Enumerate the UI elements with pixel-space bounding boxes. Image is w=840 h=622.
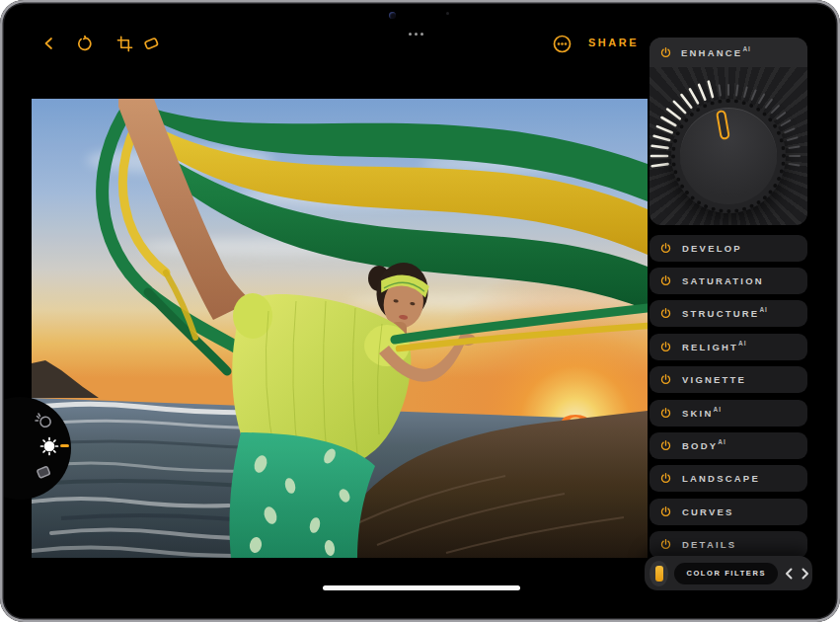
crop-button[interactable] [113, 32, 136, 55]
multitask-dots[interactable] [409, 33, 423, 36]
home-indicator[interactable] [323, 585, 520, 590]
eraser-tool-icon [34, 462, 53, 482]
enhance-panel: ENHANCEAI [649, 38, 807, 225]
power-icon [659, 307, 672, 320]
active-tool-marker [60, 444, 69, 447]
tool-saturation[interactable]: SATURATION [649, 268, 807, 294]
enhance-header[interactable]: ENHANCEAI [649, 38, 807, 67]
front-camera [389, 12, 396, 19]
tool-curves[interactable]: CURVES [649, 499, 807, 525]
tool-develop[interactable]: DEVELOP [649, 235, 807, 262]
more-button[interactable] [550, 32, 573, 55]
share-button[interactable]: SHARE [588, 37, 639, 48]
undo-button[interactable] [71, 32, 95, 55]
back-button[interactable] [38, 32, 61, 55]
eraser-button[interactable] [139, 32, 163, 55]
sensor-dot [446, 12, 449, 15]
filter-thumbnail-button[interactable] [649, 561, 668, 586]
power-icon [659, 472, 672, 485]
undo-icon [75, 36, 92, 52]
screen: SHARE [0, 0, 840, 622]
more-icon [553, 35, 572, 53]
color-filters-button[interactable]: COLOR FILTERS [674, 563, 778, 584]
prev-filter-button[interactable] [782, 565, 795, 583]
chevron-right-icon [802, 568, 809, 580]
tool-body[interactable]: BODYAI [649, 432, 807, 459]
color-filters-label: COLOR FILTERS [686, 569, 766, 578]
photo-canvas[interactable] [32, 99, 648, 558]
enhance-label: ENHANCE [681, 47, 742, 58]
next-filter-button[interactable] [800, 565, 812, 583]
chevron-left-icon [785, 568, 793, 580]
eraser-icon [142, 35, 160, 52]
power-icon [659, 46, 672, 59]
crop-icon [116, 36, 133, 52]
sun-icon [39, 436, 59, 456]
color-filter-icon [655, 566, 663, 582]
eraser-tool-button[interactable] [34, 462, 53, 482]
power-icon [659, 407, 672, 420]
ipad-device: SHARE [0, 0, 840, 622]
tool-details[interactable]: DETAILS [649, 531, 807, 558]
ai-badge: AI [742, 45, 751, 52]
tool-skin[interactable]: SKINAI [649, 400, 807, 427]
power-icon [659, 274, 672, 287]
tool-vignette[interactable]: VIGNETTE [649, 366, 807, 393]
sun-button-active[interactable] [39, 436, 59, 456]
filters-footer-bar: COLOR FILTERS [645, 556, 812, 590]
power-icon [659, 373, 672, 386]
brush-light-button[interactable] [33, 411, 54, 432]
brush-light-icon [33, 411, 54, 432]
tool-structure[interactable]: STRUCTUREAI [649, 300, 807, 327]
power-icon [659, 242, 672, 255]
power-icon [659, 505, 672, 518]
tool-landscape[interactable]: LANDSCAPE [649, 465, 807, 492]
tool-relight[interactable]: RELIGHTAI [649, 334, 807, 360]
power-icon [659, 341, 672, 353]
power-icon [659, 538, 672, 551]
power-icon [659, 439, 672, 452]
back-icon [41, 36, 57, 51]
